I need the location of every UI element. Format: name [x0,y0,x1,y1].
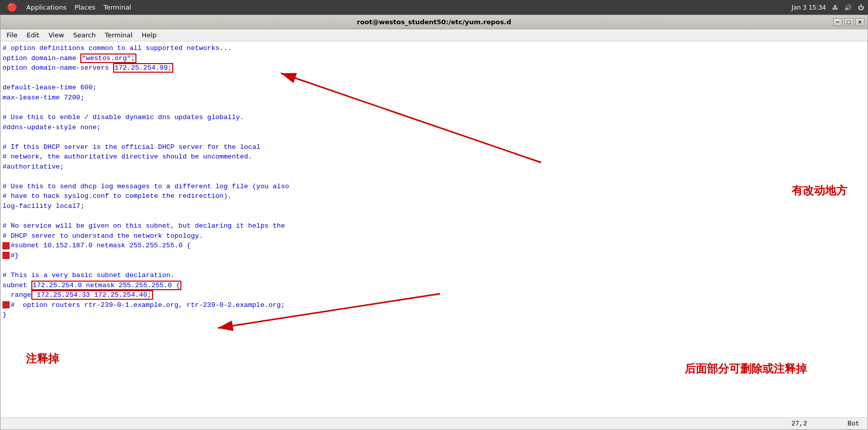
code-line-9: # network, the authoritative directive s… [3,152,865,162]
domain-name-highlight: "westos.org"; [80,53,136,63]
terminal-window: root@westos_student50:/etc/yum.repos.d −… [0,15,868,430]
code-line-20: range 172.25.254.33 172.25.254.40; [3,290,865,300]
code-line-10: #authoritative; [3,162,865,172]
code-line-8: # If this DHCP server is the official DH… [3,142,865,152]
code-line-blank2 [3,102,865,113]
network-icon: 🖧 [832,4,838,11]
code-line-13: log-facility local7; [3,201,865,211]
code-line-16: #subnet 10.152.187.0 netmask 255.255.255… [3,241,865,251]
minimize-button[interactable]: − [833,18,842,26]
code-line-17: #} [3,251,865,261]
window-title: root@westos_student50:/etc/yum.repos.d [357,18,511,26]
power-icon[interactable]: ⏻ [858,4,864,11]
system-bar-left: 🔴 Applications Places Terminal [4,2,134,13]
places-menu[interactable]: Places [71,3,98,12]
terminal-menu[interactable]: Terminal [101,3,134,12]
title-bar: root@westos_student50:/etc/yum.repos.d −… [1,15,867,29]
menu-terminal[interactable]: Terminal [101,30,136,40]
volume-icon: 🔊 [844,4,852,11]
code-line-18: # This is a very basic subnet declaratio… [3,271,865,281]
code-line-12: # have to hack syslog.conf to complete t… [3,191,865,201]
code-line-19: subnet 172.25.254.0 netmask 255.255.255.… [3,281,865,291]
code-line-5: max-lease-time 7200; [3,93,865,103]
menu-help[interactable]: Help [137,30,161,40]
menu-file[interactable]: File [3,30,22,40]
scroll-position: Bot [848,420,859,427]
code-line-14: # No service will be given on this subne… [3,221,865,231]
close-button[interactable]: × [855,18,864,26]
annotation-changed: 有改动地方 [792,183,847,199]
code-line-6: # Use this to enble / disable dynamic dn… [3,113,865,123]
status-bar: 27,2 Bot [1,417,867,429]
code-line-7: #ddns-update-style none; [3,123,865,133]
subnet-highlight: 172.25.254.0 netmask 255.255.255.0 { [31,281,182,290]
code-line-1: # option definitions common to all suppo… [3,43,865,53]
applications-menu[interactable]: Applications [23,3,69,12]
datetime-display: Jan 3 15:34 [792,4,826,11]
system-bar: 🔴 Applications Places Terminal Jan 3 15:… [0,0,868,15]
dns-server-highlight: 172.25.254.99; [113,63,173,73]
code-line-4: default-lease-time 600; [3,83,865,93]
code-line-blank4 [3,172,865,182]
title-bar-buttons: − □ × [833,18,864,26]
code-line-3: option domain-name-servers 172.25.254.99… [3,63,865,73]
menu-edit[interactable]: Edit [23,30,43,40]
terminal-content[interactable]: # option definitions common to all suppo… [1,41,867,417]
code-line-blank5 [3,211,865,222]
code-line-blank1 [3,73,865,83]
annotation-comment: 注释掉 [26,351,59,367]
code-line-21: # option routers rtr-239-0-1.example.org… [3,300,865,310]
range-highlight: 172.25.254.33 172.25.254.40; [31,290,153,300]
code-line-11: # Use this to send dhcp log messages to … [3,182,865,192]
code-line-blank3 [3,132,865,142]
menu-view[interactable]: View [44,30,68,40]
annotation-delete: 后面部分可删除或注释掉 [685,361,807,377]
redhat-icon: 🔴 [4,2,20,13]
system-bar-right: Jan 3 15:34 🖧 🔊 ⏻ [792,4,864,11]
code-line-blank6 [3,260,865,271]
menu-bar: File Edit View Search Terminal Help [1,29,867,41]
cursor-position: 27,2 [791,420,807,427]
maximize-button[interactable]: □ [844,18,853,26]
code-line-15: # DHCP server to understand the network … [3,231,865,241]
menu-search[interactable]: Search [69,30,100,40]
code-line-2: option domain-name "westos.org"; [3,53,865,64]
code-line-22: } [3,310,865,320]
